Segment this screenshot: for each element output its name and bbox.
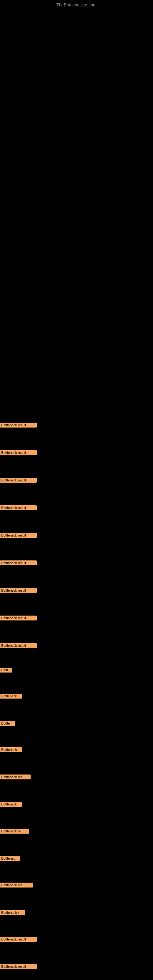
bottleneck-result-item[interactable]: Bottleneck result bbox=[0, 588, 37, 593]
bottleneck-result-item[interactable]: Bottleneck result bbox=[0, 533, 37, 538]
bottleneck-result-item[interactable]: Bottleneck result bbox=[0, 643, 37, 648]
bottleneck-result-item[interactable]: Bottleneck r bbox=[0, 910, 25, 915]
bottleneck-result-item[interactable]: Bottlenec bbox=[0, 856, 20, 861]
bottleneck-result-item[interactable]: Bottle bbox=[0, 721, 15, 726]
bottleneck-result-item[interactable]: Bottl bbox=[0, 668, 12, 673]
bottleneck-result-item[interactable]: Bottleneck result bbox=[0, 505, 37, 510]
bottleneck-result-item[interactable]: Bottleneck bbox=[0, 747, 22, 752]
bottleneck-result-item[interactable]: Bottleneck result bbox=[0, 478, 37, 483]
bottleneck-result-item[interactable]: Bottleneck result bbox=[0, 964, 37, 969]
site-title: TheBottlenecker.com bbox=[56, 2, 97, 7]
bottleneck-result-item[interactable]: Bottleneck result bbox=[0, 616, 37, 620]
bottleneck-result-item[interactable]: Bottleneck result bbox=[0, 423, 37, 428]
bottleneck-result-item[interactable]: Bottleneck result bbox=[0, 937, 37, 942]
bottleneck-result-item[interactable]: Bottleneck bbox=[0, 802, 22, 807]
bottleneck-result-item[interactable]: Bottleneck resu bbox=[0, 883, 33, 888]
bottleneck-result-item[interactable]: Bottleneck bbox=[0, 694, 22, 698]
bottleneck-result-item[interactable]: Bottleneck result bbox=[0, 560, 37, 565]
bottleneck-result-item[interactable]: Bottleneck result bbox=[0, 450, 37, 455]
bottleneck-result-item[interactable]: Bottleneck re bbox=[0, 829, 29, 834]
bottleneck-result-item[interactable]: Bottleneck res bbox=[0, 775, 30, 780]
